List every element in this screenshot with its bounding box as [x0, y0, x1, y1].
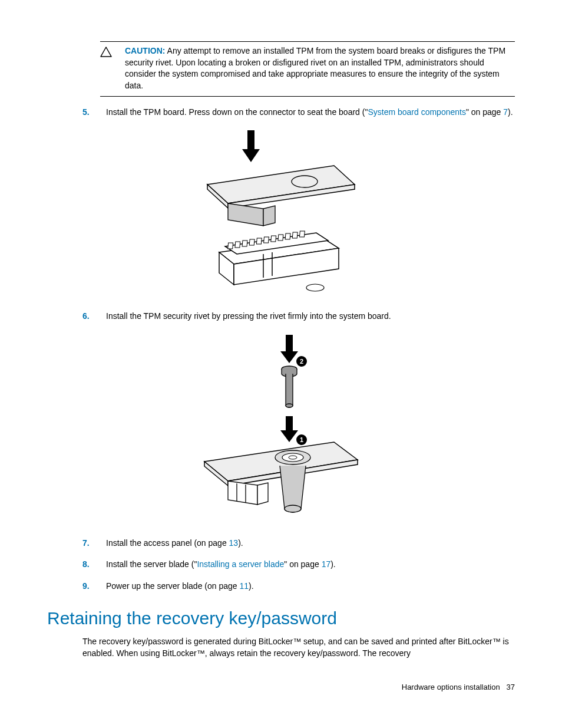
step-5-text: Install the TPM board. Press down on the… [106, 106, 515, 118]
figure-tpm-rivet-install: 2 1 [47, 329, 515, 525]
step-8-number: 8. [82, 558, 106, 570]
caution-icon [100, 47, 112, 59]
svg-rect-12 [292, 232, 297, 238]
step-8-text: Install the server blade ("Installing a … [106, 558, 515, 570]
svg-point-14 [306, 284, 324, 291]
step-7: 7. Install the access panel (on page 13)… [82, 537, 515, 549]
step-5-number: 5. [82, 106, 106, 118]
step-8: 8. Install the server blade ("Installing… [82, 558, 515, 570]
footer-section: Hardware options installation [402, 683, 500, 691]
step-6: 6. Install the TPM security rivet by pre… [82, 310, 515, 322]
step-9: 9. Power up the server blade (on page 11… [82, 580, 515, 592]
svg-rect-15 [286, 335, 293, 353]
svg-rect-3 [228, 243, 233, 249]
svg-point-20 [286, 404, 293, 407]
svg-rect-21 [286, 416, 293, 431]
caution-body: Any attempt to remove an installed TPM f… [125, 46, 505, 90]
step-7-number: 7. [82, 537, 106, 549]
step-7-text: Install the access panel (on page 13). [106, 537, 515, 549]
link-page-17[interactable]: 17 [322, 559, 331, 569]
link-install-blade[interactable]: Installing a server blade [197, 559, 284, 569]
svg-rect-8 [264, 237, 269, 243]
svg-point-28 [285, 505, 301, 512]
svg-rect-7 [256, 238, 262, 244]
link-system-board[interactable]: System board components [368, 107, 466, 117]
svg-text:2: 2 [300, 358, 303, 365]
svg-rect-5 [242, 241, 247, 246]
caution-text: CAUTION: Any attempt to remove an instal… [125, 45, 515, 91]
svg-marker-22 [280, 430, 298, 442]
svg-rect-11 [285, 233, 290, 239]
svg-point-27 [289, 456, 297, 459]
svg-rect-6 [249, 239, 254, 245]
link-page-7[interactable]: 7 [503, 107, 508, 117]
figure-tpm-board-install [47, 126, 515, 298]
svg-rect-13 [299, 231, 305, 237]
step-9-text: Power up the server blade (on page 11). [106, 580, 515, 592]
svg-marker-1 [242, 149, 260, 162]
caution-box: CAUTION: Any attempt to remove an instal… [100, 41, 515, 97]
svg-rect-10 [278, 235, 283, 241]
link-page-11[interactable]: 11 [239, 581, 249, 591]
heading-retain-recovery: Retaining the recovery key/password [47, 608, 515, 628]
caution-label: CAUTION: [125, 46, 165, 55]
svg-rect-9 [271, 236, 276, 242]
step-6-number: 6. [82, 310, 106, 322]
step-9-number: 9. [82, 580, 106, 592]
body-paragraph: The recovery key/password is generated d… [82, 635, 515, 660]
svg-rect-0 [247, 130, 254, 151]
svg-rect-4 [235, 242, 240, 248]
step-6-text: Install the TPM security rivet by pressi… [106, 310, 515, 322]
svg-text:1: 1 [300, 436, 303, 443]
page-footer: Hardware options installation 37 [402, 683, 515, 691]
footer-page: 37 [507, 683, 515, 691]
link-page-13[interactable]: 13 [229, 538, 239, 548]
step-5: 5. Install the TPM board. Press down on … [82, 106, 515, 118]
svg-marker-16 [280, 351, 298, 363]
